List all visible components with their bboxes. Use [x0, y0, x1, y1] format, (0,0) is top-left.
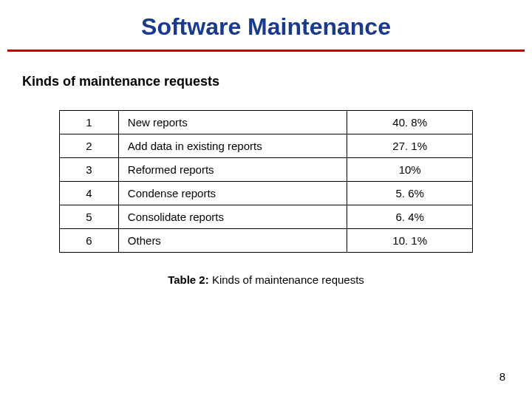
row-percent: 10% [347, 158, 473, 182]
table-row: 5 Consolidate reports 6. 4% [60, 205, 473, 229]
row-number: 2 [60, 134, 119, 158]
row-description: Add data in existing reports [118, 134, 347, 158]
row-description: Consolidate reports [118, 205, 347, 229]
table-row: 1 New reports 40. 8% [60, 111, 473, 134]
row-percent: 40. 8% [347, 111, 473, 134]
table-row: 2 Add data in existing reports 27. 1% [60, 134, 473, 158]
row-number: 5 [60, 205, 119, 229]
row-percent: 5. 6% [347, 182, 473, 205]
page-title: Software Maintenance [0, 0, 532, 50]
caption-label: Table 2: [168, 273, 209, 286]
title-underline [7, 50, 525, 52]
row-percent: 10. 1% [347, 229, 473, 253]
maintenance-table: 1 New reports 40. 8% 2 Add data in exist… [59, 110, 473, 253]
row-description: Others [118, 229, 347, 253]
row-percent: 27. 1% [347, 134, 473, 158]
row-number: 1 [60, 111, 119, 134]
row-description: New reports [118, 111, 347, 134]
page-number: 8 [499, 370, 505, 383]
row-percent: 6. 4% [347, 205, 473, 229]
table-row: 3 Reformed reports 10% [60, 158, 473, 182]
table-row: 6 Others 10. 1% [60, 229, 473, 253]
row-number: 6 [60, 229, 119, 253]
row-description: Reformed reports [118, 158, 347, 182]
caption-text: Kinds of maintenance requests [209, 273, 364, 286]
row-number: 3 [60, 158, 119, 182]
row-description: Condense reports [118, 182, 347, 205]
section-subtitle: Kinds of maintenance requests [22, 74, 532, 89]
table-row: 4 Condense reports 5. 6% [60, 182, 473, 205]
row-number: 4 [60, 182, 119, 205]
table-caption: Table 2: Kinds of maintenance requests [0, 273, 532, 286]
